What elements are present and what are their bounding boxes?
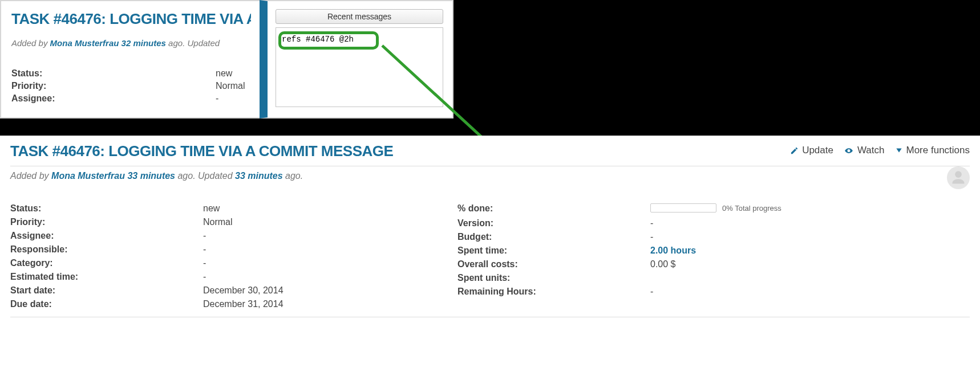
field-row: % done:0% Total progress xyxy=(457,202,891,216)
meta-prefix: Added by xyxy=(10,171,51,181)
field-value: - xyxy=(650,287,653,297)
task-view: TASK #46476: LOGGING TIME VIA A COMMIT M… xyxy=(0,136,980,317)
update-label: Update xyxy=(802,145,833,156)
triangle-down-icon xyxy=(895,146,903,154)
task-title: TASK #46476: LOGGING TIME VIA A COMMIT M… xyxy=(10,142,393,160)
field-label: Spent units: xyxy=(457,273,646,283)
field-value: 0% Total progress xyxy=(650,203,781,215)
meta-mid: ago. Updated xyxy=(166,38,220,48)
field-row: Priority:Normal xyxy=(10,215,444,229)
time-added: 33 minutes xyxy=(127,171,175,181)
field-value: - xyxy=(203,244,206,255)
overlay-status-value: new xyxy=(216,68,232,79)
meta-mid: ago. Updated xyxy=(175,171,235,181)
overlay-task-title: TASK #46476: LOGGING TIME VIA A xyxy=(11,10,251,28)
overlay-time: 32 minutes xyxy=(122,38,166,48)
field-row: Budget:- xyxy=(457,230,891,244)
detail-columns: Status:newPriority:NormalAssignee:-Respo… xyxy=(10,202,970,317)
overlay-status-label: Status: xyxy=(11,68,211,79)
field-value: Normal xyxy=(203,217,233,227)
progress-bar xyxy=(650,203,716,212)
overlay-priority-value: Normal xyxy=(216,81,245,91)
field-row: Assignee:- xyxy=(10,229,444,243)
field-row: Responsible:- xyxy=(10,243,444,256)
overlay-task-meta: Added by Mona Musterfrau 32 minutes ago.… xyxy=(11,38,251,48)
field-label: Start date: xyxy=(10,285,199,296)
meta-prefix: Added by xyxy=(11,38,50,48)
pencil-icon xyxy=(790,146,799,155)
overlay-priority-label: Priority: xyxy=(11,81,211,91)
avatar[interactable] xyxy=(947,166,970,189)
field-label: Estimated time: xyxy=(10,272,199,282)
field-label: Status: xyxy=(10,203,199,214)
more-functions-action[interactable]: More functions xyxy=(895,145,970,156)
field-row: Spent units: xyxy=(457,271,891,285)
field-value: December 31, 2014 xyxy=(203,299,284,309)
update-action[interactable]: Update xyxy=(790,145,833,156)
overlay-assignee-value: - xyxy=(216,93,218,104)
left-column: Status:newPriority:NormalAssignee:-Respo… xyxy=(10,202,444,311)
task-header: TASK #46476: LOGGING TIME VIA A COMMIT M… xyxy=(10,142,970,160)
field-row: Status:new xyxy=(10,202,444,215)
field-value: 0.00 $ xyxy=(650,259,675,269)
task-actions: Update Watch More functions xyxy=(790,142,970,156)
overlay-author: Mona Musterfrau xyxy=(50,38,119,48)
field-label: Category: xyxy=(10,258,199,268)
field-value: new xyxy=(203,203,220,214)
meta-suffix: ago. xyxy=(283,171,303,181)
field-row: Version:- xyxy=(457,216,891,230)
recent-messages-button[interactable]: Recent messages xyxy=(276,9,443,24)
field-row: Due date:December 31, 2014 xyxy=(10,297,444,311)
field-row: Spent time:2.00 hours xyxy=(457,244,891,258)
progress: 0% Total progress xyxy=(650,203,781,212)
field-label: Spent time: xyxy=(457,246,646,256)
field-row: Overall costs:0.00 $ xyxy=(457,258,891,271)
field-label: Assignee: xyxy=(10,231,199,241)
user-icon xyxy=(950,170,966,186)
field-value[interactable]: 2.00 hours xyxy=(650,246,696,256)
eye-icon xyxy=(844,146,854,155)
field-value: - xyxy=(203,258,206,268)
field-value: - xyxy=(203,231,206,241)
field-value: - xyxy=(203,272,206,282)
field-label: Responsible: xyxy=(10,244,199,255)
overlay-assignee-label: Assignee: xyxy=(11,93,211,104)
task-meta: Added by Mona Musterfrau 33 minutes ago.… xyxy=(10,171,970,181)
field-value: - xyxy=(650,218,653,228)
watch-action[interactable]: Watch xyxy=(844,145,885,156)
watch-label: Watch xyxy=(857,145,885,156)
progress-text: 0% Total progress xyxy=(722,204,781,212)
commit-text: refs #46476 @2h xyxy=(282,35,354,44)
field-label: Due date: xyxy=(10,299,199,309)
task-author[interactable]: Mona Musterfrau xyxy=(51,171,125,181)
overlay-task-card: TASK #46476: LOGGING TIME VIA A Added by… xyxy=(0,0,262,118)
field-row: Estimated time:- xyxy=(10,270,444,284)
divider xyxy=(10,166,970,166)
field-row: Remaining Hours:- xyxy=(457,285,891,299)
field-row: Category:- xyxy=(10,256,444,270)
more-functions-label: More functions xyxy=(906,145,970,156)
field-label: Priority: xyxy=(10,217,199,227)
time-updated: 33 minutes xyxy=(235,171,283,181)
field-label: Budget: xyxy=(457,232,646,242)
commit-textarea[interactable]: refs #46476 @2h xyxy=(276,27,443,107)
field-label: Overall costs: xyxy=(457,259,646,269)
field-value: December 30, 2014 xyxy=(203,285,284,296)
field-label: Version: xyxy=(457,218,646,228)
commit-panel: Recent messages refs #46476 @2h xyxy=(260,0,453,118)
field-value: - xyxy=(650,232,653,242)
field-label: Remaining Hours: xyxy=(457,287,646,297)
field-row: Start date:December 30, 2014 xyxy=(10,284,444,297)
field-label: % done: xyxy=(457,203,646,215)
right-column: % done:0% Total progressVersion:-Budget:… xyxy=(457,202,891,311)
